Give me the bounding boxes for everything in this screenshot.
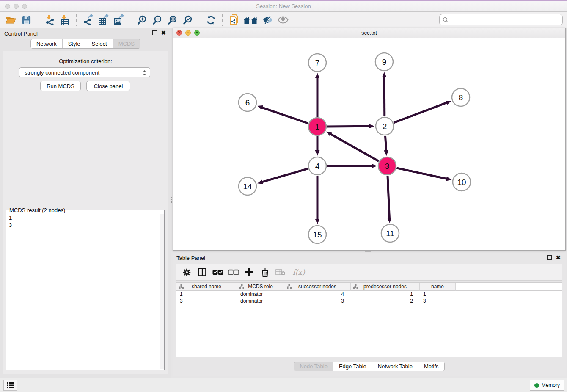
tab-edge-table[interactable]: Edge Table: [333, 362, 372, 371]
criterion-select[interactable]: strongly connected component: [19, 67, 150, 77]
graph-node-label: 14: [243, 182, 252, 191]
table-panel: Table Panel ✖ f(x) shared: [173, 253, 566, 376]
graph-edge[interactable]: [330, 134, 379, 161]
search-box[interactable]: [439, 14, 563, 25]
table-cell[interactable]: 1: [420, 291, 456, 298]
table-row[interactable]: 1dominator411: [176, 291, 562, 298]
graph-node-14[interactable]: 14: [239, 177, 256, 195]
graph-node-4[interactable]: 4: [308, 157, 326, 175]
window-title: Session: New Session: [0, 3, 567, 9]
column-header-name[interactable]: name: [420, 283, 456, 291]
memory-button[interactable]: Memory: [530, 380, 564, 391]
graph-edge[interactable]: [397, 168, 447, 179]
table-cell[interactable]: 2: [351, 298, 420, 304]
graph-node-2[interactable]: 2: [376, 117, 394, 135]
tab-motifs[interactable]: Motifs: [418, 362, 444, 371]
column-header-shared-name[interactable]: shared name: [176, 283, 237, 291]
float-panel-icon[interactable]: [152, 30, 157, 35]
export-table-icon[interactable]: [96, 14, 111, 26]
zoom-out-icon[interactable]: [149, 14, 165, 26]
run-mcds-button[interactable]: Run MCDS: [40, 81, 81, 91]
toggle-visibility-icon[interactable]: [260, 14, 275, 26]
deselect-all-icon[interactable]: [228, 266, 239, 278]
control-panel-tabs: NetworkStyleSelectMCDS: [30, 39, 140, 49]
table-cell[interactable]: 3: [420, 298, 456, 304]
graph-node-11[interactable]: 11: [381, 224, 399, 242]
graph-node-label: 9: [382, 58, 387, 66]
mcds-result-text[interactable]: 13: [6, 213, 159, 370]
tab-mcds[interactable]: MCDS: [113, 39, 140, 48]
table-cell[interactable]: dominator: [237, 298, 284, 304]
close-panel-icon[interactable]: ✖: [161, 30, 166, 35]
network-window-titlebar[interactable]: ✕ − + scc.txt: [173, 28, 565, 38]
column-header-label: MCDS role: [248, 284, 273, 290]
graph-edge[interactable]: [388, 176, 389, 218]
graph-node-label: 15: [313, 230, 322, 239]
graph-node-1[interactable]: 1: [308, 118, 326, 135]
node-table[interactable]: shared nameMCDS rolesuccessor nodesprede…: [176, 282, 562, 357]
add-icon[interactable]: [243, 266, 255, 278]
column-header-predecessor-nodes[interactable]: predecessor nodes: [351, 283, 420, 291]
table-panel-tabs: Node TableEdge TableNetwork TableMotifs: [294, 362, 444, 371]
status-bar: Memory: [0, 378, 567, 392]
graph-node-6[interactable]: 6: [239, 94, 256, 111]
export-image-icon[interactable]: [111, 14, 126, 26]
tab-network[interactable]: Network: [31, 39, 62, 48]
graph-node-3[interactable]: 3: [378, 157, 396, 175]
duplicate-network-icon[interactable]: [226, 14, 242, 26]
graph-node-9[interactable]: 9: [375, 53, 393, 71]
table-cell[interactable]: dominator: [237, 291, 284, 298]
graph-node-7[interactable]: 7: [308, 54, 326, 72]
table-cell[interactable]: 3: [284, 298, 351, 304]
tab-network-table[interactable]: Network Table: [372, 362, 418, 371]
delete-icon[interactable]: [259, 266, 271, 278]
graph-edge[interactable]: [384, 77, 385, 116]
zoom-in-icon[interactable]: [134, 14, 149, 26]
network-canvas[interactable]: 7968124314101511: [173, 39, 565, 250]
close-table-panel-icon[interactable]: ✖: [556, 255, 561, 260]
import-table-icon[interactable]: [57, 14, 72, 26]
tab-style[interactable]: Style: [62, 39, 86, 48]
open-session-icon[interactable]: [3, 14, 19, 26]
table-cell[interactable]: 4: [284, 291, 351, 298]
graph-node-10[interactable]: 10: [453, 173, 471, 191]
close-panel-button[interactable]: Close panel: [86, 81, 130, 91]
table-cell[interactable]: 3: [176, 298, 237, 304]
float-table-panel-icon[interactable]: [547, 255, 552, 260]
column-header-successor-nodes[interactable]: successor nodes: [284, 283, 351, 291]
show-columns-icon[interactable]: [196, 266, 208, 278]
network-graph[interactable]: 7968124314101511: [173, 39, 565, 250]
graph-edge[interactable]: [262, 168, 308, 182]
graph-node-15[interactable]: 15: [308, 226, 326, 243]
zoom-fit-icon[interactable]: [165, 14, 180, 26]
result-scrollbar[interactable]: [160, 214, 164, 369]
task-history-button[interactable]: [3, 380, 17, 391]
refresh-icon[interactable]: [203, 14, 218, 26]
tab-node-table[interactable]: Node Table: [294, 362, 333, 371]
import-network-icon[interactable]: [42, 14, 57, 26]
table-row[interactable]: 3dominator323: [176, 298, 562, 304]
main-toolbar: [0, 12, 567, 28]
graph-edge[interactable]: [262, 108, 308, 124]
graph-edge[interactable]: [327, 126, 369, 127]
export-network-icon[interactable]: [80, 14, 96, 26]
zoom-selected-icon[interactable]: [180, 14, 195, 26]
save-session-icon[interactable]: [19, 14, 34, 26]
network-view-window: ✕ − + scc.txt 7968124314101511: [173, 28, 566, 251]
tab-select[interactable]: Select: [86, 39, 113, 48]
houses-icon[interactable]: [242, 14, 260, 26]
graph-edge[interactable]: [394, 103, 447, 123]
search-input[interactable]: [451, 17, 559, 23]
gear-icon[interactable]: [181, 266, 193, 278]
toolbar-separator: [222, 14, 223, 26]
column-header-label: shared name: [192, 284, 221, 290]
table-cell[interactable]: 1: [351, 291, 420, 298]
result-line: 1: [9, 214, 159, 221]
toolbar-separator: [199, 14, 199, 26]
graph-node-label: 6: [245, 98, 250, 107]
graph-edge[interactable]: [385, 136, 386, 151]
table-cell[interactable]: 1: [176, 291, 237, 298]
select-all-icon[interactable]: [212, 266, 224, 278]
column-header-MCDS-role[interactable]: MCDS role: [237, 283, 284, 291]
graph-node-8[interactable]: 8: [452, 88, 470, 106]
